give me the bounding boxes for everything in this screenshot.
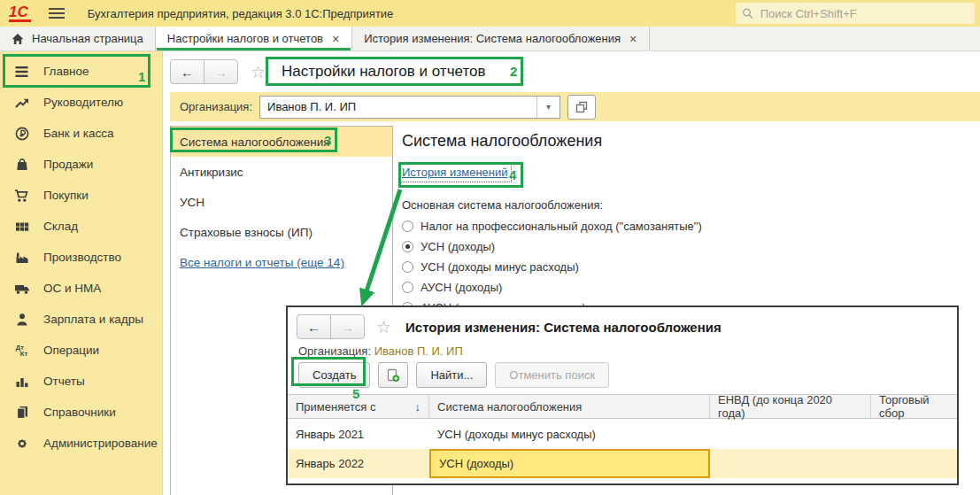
- sidebar-item-production[interactable]: Производство: [0, 242, 162, 273]
- home-icon: [12, 33, 24, 45]
- radio-usn-income[interactable]: УСН (доходы): [402, 236, 971, 257]
- open-organization-button[interactable]: [567, 95, 596, 120]
- create-button[interactable]: Создать: [298, 362, 370, 388]
- page-title: Настройки налогов и отчетов: [282, 63, 485, 81]
- top-bar: 1С Бухгалтерия предприятия, редакция 3.0…: [0, 0, 980, 27]
- organization-input[interactable]: [260, 97, 536, 118]
- column-tax-system[interactable]: Система налогообложения: [429, 395, 710, 418]
- radio-usn-income-expenses[interactable]: УСН (доходы минус расходы): [402, 257, 971, 277]
- sidebar-item-administration[interactable]: Администрирование: [0, 428, 162, 459]
- favorite-star-icon[interactable]: ☆: [251, 62, 266, 82]
- list-item-tax-system[interactable]: Система налогообложения: [171, 127, 392, 157]
- table-row-selected[interactable]: Январь 2022 УСН (доходы): [288, 449, 957, 478]
- open-in-window-icon: [575, 101, 588, 113]
- bag-icon: [13, 158, 30, 172]
- app-title: Бухгалтерия предприятия, редакция 3.0 1С…: [88, 7, 394, 20]
- sidebar-item-sales[interactable]: Продажи: [0, 149, 162, 180]
- list-item-insurance[interactable]: Страховые взносы (ИП): [171, 217, 392, 247]
- forward-button[interactable]: →: [330, 314, 365, 339]
- 1c-logo: 1С: [9, 4, 31, 22]
- organization-field[interactable]: ▾: [259, 96, 560, 119]
- organization-label: Организация:: [298, 344, 371, 358]
- sidebar-item-fixed-assets[interactable]: ОС и НМА: [0, 273, 162, 304]
- ruble-icon: [13, 127, 30, 141]
- search-input[interactable]: [759, 6, 968, 21]
- tab-history[interactable]: История изменения: Система налогообложен…: [352, 27, 650, 50]
- cancel-search-button[interactable]: Отменить поиск: [495, 362, 609, 388]
- favorite-star-icon[interactable]: ☆: [376, 317, 391, 337]
- sidebar-item-salary[interactable]: Зарплата и кадры: [0, 304, 162, 335]
- sidebar-item-bank[interactable]: Банк и касса: [0, 118, 162, 149]
- radio-npd[interactable]: Налог на профессиональный доход ("самоза…: [402, 216, 971, 236]
- active-cell[interactable]: УСН (доходы): [429, 449, 710, 478]
- sidebar-item-directories[interactable]: Справочники: [0, 397, 162, 428]
- organization-strip: Организация: ▾: [170, 92, 980, 121]
- trend-icon: [13, 96, 30, 110]
- radio-group-label: Основная система налогообложения:: [402, 198, 971, 214]
- tab-label: Настройки налогов и отчетов: [167, 32, 323, 45]
- radio-icon[interactable]: [402, 261, 413, 273]
- close-icon[interactable]: ×: [331, 33, 340, 45]
- truck-icon: [13, 282, 30, 296]
- column-applies-from[interactable]: Применяется с↓: [288, 395, 429, 418]
- sidebar-item-purchases[interactable]: Покупки: [0, 180, 162, 211]
- radio-icon[interactable]: [402, 282, 413, 293]
- tab-bar: Начальная страница Настройки налогов и о…: [0, 27, 980, 51]
- all-taxes-link[interactable]: Все налоги и отчеты (еще 14): [171, 247, 392, 277]
- factory-icon: [13, 251, 30, 265]
- chevron-down-icon[interactable]: ▾: [536, 97, 559, 118]
- global-search[interactable]: [736, 3, 975, 24]
- menu-icon: [13, 65, 30, 79]
- new-document-icon: [386, 368, 400, 383]
- dtkt-icon: ДтКт: [13, 344, 30, 358]
- tax-system-section: Система налогообложения История изменени…: [402, 128, 971, 318]
- sidebar-item-warehouse[interactable]: Склад: [0, 211, 162, 242]
- books-icon: [13, 406, 30, 420]
- main-menu-icon[interactable]: [49, 8, 65, 19]
- table-header: Применяется с↓ Система налогообложения Е…: [288, 394, 957, 419]
- history-dialog: ← → ☆ История изменения: Система налогоо…: [286, 306, 959, 485]
- close-icon[interactable]: ×: [629, 33, 637, 45]
- column-envd[interactable]: ЕНВД (до конца 2020 года): [710, 395, 871, 418]
- radio-ausn-income[interactable]: АУСН (доходы): [402, 277, 971, 298]
- tab-home[interactable]: Начальная страница: [0, 27, 156, 50]
- person-icon: [13, 313, 30, 327]
- back-button[interactable]: ←: [297, 314, 331, 339]
- list-item-anticrisis[interactable]: Антикризис: [171, 157, 392, 187]
- sidebar-item-operations[interactable]: ДтКт Операции: [0, 335, 162, 366]
- sidebar-item-main[interactable]: Главное: [0, 56, 162, 87]
- gear-icon: [13, 437, 30, 451]
- tab-label: История изменения: Система налогообложен…: [364, 32, 621, 45]
- organization-value: Иванов П. И. ИП: [374, 344, 463, 358]
- radio-icon-selected[interactable]: [402, 241, 413, 252]
- cart-icon: [13, 189, 30, 203]
- table-row[interactable]: Январь 2021 УСН (доходы минус расходы): [288, 419, 957, 449]
- find-button[interactable]: Найти...: [416, 362, 487, 388]
- sidebar: Главное Руководителю Банк и касса Продаж…: [0, 51, 163, 495]
- tab-tax-settings[interactable]: Настройки налогов и отчетов ×: [156, 27, 352, 50]
- dialog-title: История изменения: Система налогообложен…: [405, 320, 721, 335]
- history-of-changes-link[interactable]: История изменений: [402, 166, 508, 179]
- grid-icon: [13, 220, 30, 234]
- forward-button[interactable]: →: [204, 59, 238, 84]
- organization-label: Организация:: [180, 100, 252, 113]
- chart-icon: [13, 375, 30, 389]
- section-title: Система налогообложения: [402, 131, 971, 151]
- sort-desc-icon: ↓: [415, 400, 421, 414]
- radio-icon[interactable]: [402, 220, 413, 232]
- sidebar-item-manager[interactable]: Руководителю: [0, 87, 162, 118]
- search-icon: [742, 7, 753, 19]
- column-trade-fee[interactable]: Торговый сбор: [871, 395, 957, 418]
- tab-label: Начальная страница: [32, 32, 143, 45]
- list-item-usn[interactable]: УСН: [171, 187, 392, 217]
- history-table: Применяется с↓ Система налогообложения Е…: [288, 394, 957, 478]
- back-button[interactable]: ←: [170, 59, 204, 84]
- sidebar-item-reports[interactable]: Отчеты: [0, 366, 162, 397]
- create-copy-button[interactable]: [378, 362, 408, 388]
